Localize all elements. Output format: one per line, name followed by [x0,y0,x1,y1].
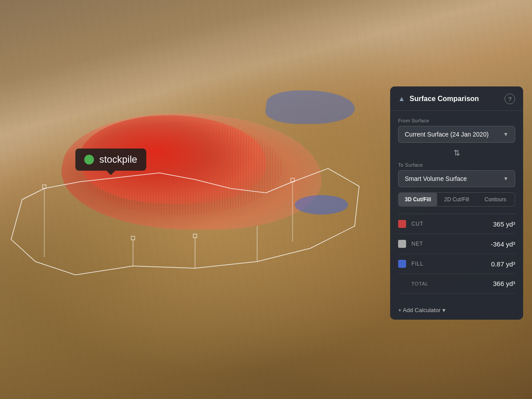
from-surface-dropdown[interactable]: Current Surface (24 Jan 2020) ▼ [398,126,515,143]
swap-button-container: ⇅ [398,148,515,158]
cut-value: 365 yd³ [493,220,515,228]
fill-color-swatch [398,260,406,268]
tab-2d-cut-fill[interactable]: 2D Cut/Fill [437,193,476,206]
stockpile-label: stockpile [99,154,137,165]
stockpile-indicator [84,155,94,164]
panel-body: From Surface Current Surface (24 Jan 202… [390,111,523,301]
panel-title: Surface Comparison [410,95,479,103]
view-tabs: 3D Cut/Fill 2D Cut/Fill Contours [398,192,515,207]
surface-comparison-panel: ▲ Surface Comparison ? From Surface Curr… [390,86,523,320]
fill-patch [293,193,350,217]
stockpile-tooltip: stockpile [75,149,146,171]
add-calculator-button[interactable]: + Add Calculator ▾ [390,301,523,320]
help-button[interactable]: ? [505,94,515,104]
net-metric-row: NET -364 yd³ [398,234,515,254]
add-calculator-chevron: ▾ [442,307,446,313]
total-value: 366 yd³ [493,280,515,287]
net-color-swatch [398,240,406,248]
total-label: TOTAL [398,281,493,286]
svg-rect-5 [131,236,135,240]
tab-contours[interactable]: Contours [476,193,515,206]
panel-title-group: ▲ Surface Comparison [398,95,479,103]
panel-header: ▲ Surface Comparison ? [390,86,523,111]
svg-point-9 [295,195,348,215]
cut-label: CUT [411,221,493,227]
mountain-icon: ▲ [398,95,405,103]
to-surface-arrow: ▼ [503,176,509,182]
fill-value: 0.87 yd³ [491,260,515,268]
tab-3d-cut-fill[interactable]: 3D Cut/Fill [399,193,437,206]
add-calculator-label: + Add Calculator [398,307,441,313]
total-metric-row: TOTAL 366 yd³ [398,274,515,293]
net-label: NET [411,241,491,247]
svg-rect-6 [193,234,197,238]
fill-metric-row: FILL 0.87 yd³ [398,254,515,274]
to-surface-label: To Surface [398,162,515,168]
from-surface-arrow: ▼ [503,131,509,137]
cut-metric-row: CUT 365 yd³ [398,214,515,234]
to-surface-value: Smart Volume Surface [405,175,467,182]
net-value: -364 yd³ [491,240,515,248]
fill-label: FILL [411,261,491,267]
metrics-section: CUT 365 yd³ NET -364 yd³ FILL 0.87 yd³ T… [398,214,515,293]
from-surface-value: Current Surface (24 Jan 2020) [405,131,489,138]
cut-color-swatch [398,220,406,228]
from-surface-label: From Surface [398,118,515,123]
to-surface-dropdown[interactable]: Smart Volume Surface ▼ [398,170,515,187]
tooltip-arrow [106,171,115,175]
swap-icon[interactable]: ⇅ [454,148,460,158]
